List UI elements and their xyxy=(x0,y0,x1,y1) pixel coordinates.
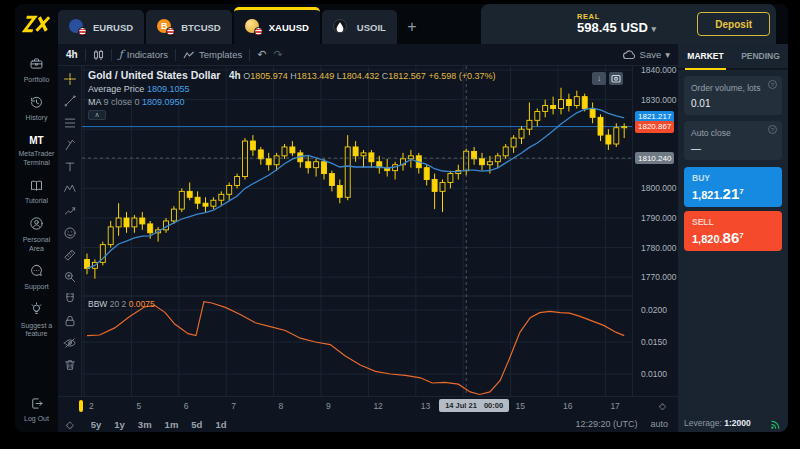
sidebar-item-label: MetaTrader Terminal xyxy=(17,150,57,168)
tab-usoil[interactable]: USOIL xyxy=(322,10,397,44)
logout-icon xyxy=(29,396,44,414)
range-button-5y[interactable]: 5y xyxy=(91,419,102,430)
leverage-text: Leverage: 1:2000 xyxy=(684,418,751,428)
price-axis-label: 1770.000 xyxy=(641,272,676,282)
tab-xauusd[interactable]: XAUUSD xyxy=(234,7,320,44)
exness-logo-icon xyxy=(22,14,52,34)
time-axis-label: 5 xyxy=(136,401,141,411)
lock-drawings-tool[interactable] xyxy=(62,313,77,328)
order-type-tabs: MARKETPENDING xyxy=(678,44,788,70)
order-volume-value[interactable]: 0.01 xyxy=(691,98,775,109)
auto-close-value[interactable]: — xyxy=(691,143,775,154)
chat-icon xyxy=(29,263,44,281)
undo-button[interactable]: ↶ xyxy=(257,48,266,61)
order-volume-card[interactable]: ? Order volume, lots 0.01 xyxy=(684,76,782,115)
sidebar-item-support[interactable]: Support xyxy=(15,263,58,292)
bbw-axis-label: 0.0100 xyxy=(641,369,667,379)
text-tool[interactable] xyxy=(62,159,77,174)
sidebar-item-history[interactable]: History xyxy=(15,95,58,124)
redo-button[interactable]: ↷ xyxy=(273,48,282,61)
time-axis-label: 9 xyxy=(326,401,331,411)
price-axis[interactable]: 1840.0001830.0001800.0001790.0001780.000… xyxy=(632,66,678,396)
undo-icon: ↶ xyxy=(257,48,266,61)
chart-type-button[interactable] xyxy=(93,49,104,61)
remove-drawings-tool[interactable] xyxy=(62,357,77,372)
bbw-axis-label: 0.0150 xyxy=(641,337,667,347)
account-balance: 598.45 USD ▾ xyxy=(577,21,656,35)
auto-close-label: Auto close xyxy=(691,128,775,138)
timeframe-button[interactable]: 4h xyxy=(66,49,78,60)
sidebar-item-tutorial[interactable]: Tutorial xyxy=(15,178,58,207)
sidebar-item-label: Tutorial xyxy=(17,197,57,206)
xabcd-pattern-tool[interactable] xyxy=(62,181,77,196)
theme-diamond-icon[interactable]: ◇ xyxy=(66,419,74,430)
timeline-scroll-marker[interactable] xyxy=(79,400,83,412)
range-button-3m[interactable]: 3m xyxy=(138,419,152,430)
price-axis-label: 1840.000 xyxy=(641,65,676,75)
sidebar-item-metatrader[interactable]: MTMetaTrader Terminal xyxy=(15,133,58,168)
fib-retracement-tool[interactable] xyxy=(62,115,77,130)
price-chart-canvas[interactable] xyxy=(82,66,632,396)
sidebar-item-personal-area[interactable]: Personal Area xyxy=(15,216,58,253)
status-bar: ◇ 5y1y3m1m5d1d 12:29:20 (UTC) auto xyxy=(58,416,678,432)
sell-button[interactable]: SELL 1,820.867 xyxy=(684,211,782,251)
range-button-1m[interactable]: 1m xyxy=(165,419,179,430)
sidebar-item-label: Portfolio xyxy=(17,76,57,85)
deposit-button[interactable]: Deposit xyxy=(697,12,770,36)
sidebar-item-portfolio[interactable]: Portfolio xyxy=(15,56,58,85)
screenshot-button[interactable] xyxy=(609,72,623,85)
time-axis-label: 12 xyxy=(373,401,382,411)
save-button[interactable]: Save ▾ xyxy=(623,49,670,60)
help-icon[interactable]: ? xyxy=(768,80,777,89)
range-button-5d[interactable]: 5d xyxy=(191,419,202,430)
exness-logo[interactable] xyxy=(15,4,58,44)
range-button-1y[interactable]: 1y xyxy=(114,419,125,430)
buy-label: BUY xyxy=(692,173,774,183)
scroll-to-recent-button[interactable]: ↓ xyxy=(592,72,606,85)
tab-btcusd[interactable]: BBTCUSD xyxy=(146,10,232,44)
sidebar-item-label: Log Out xyxy=(17,415,57,424)
top-bar: EURUSDBBTCUSDXAUUSDUSOIL + REAL 598.45 U… xyxy=(15,4,788,44)
price-axis-label: 1800.000 xyxy=(641,183,676,193)
indicators-button[interactable]: ƒ Indicators xyxy=(119,48,168,61)
zoom-in-tool[interactable] xyxy=(62,269,77,284)
crosshair-tool[interactable] xyxy=(62,71,77,86)
time-axis-label: 6 xyxy=(184,401,189,411)
hide-drawings-tool[interactable] xyxy=(62,335,77,350)
trend-line-tool[interactable] xyxy=(62,93,77,108)
pitchfork-tool[interactable] xyxy=(62,137,77,152)
time-axis[interactable]: 256789121314 Jul 2100:00151617◇ xyxy=(58,396,678,416)
tab-eurusd[interactable]: EURUSD xyxy=(58,10,144,44)
book-icon xyxy=(29,178,44,196)
auto-close-card[interactable]: ? Auto close — xyxy=(684,121,782,160)
account-switcher[interactable]: REAL 598.45 USD ▾ xyxy=(577,13,656,36)
save-label: Save xyxy=(640,49,662,60)
ruler-tool[interactable] xyxy=(62,247,77,262)
frame-icon xyxy=(611,74,621,83)
sell-price: 1,820.867 xyxy=(692,229,774,246)
chevron-down-icon: ▾ xyxy=(665,49,670,60)
buy-button[interactable]: BUY 1,821.217 xyxy=(684,167,782,207)
tab-label: BTCUSD xyxy=(181,22,221,33)
divider xyxy=(111,49,112,61)
axis-settings-diamond-icon[interactable]: ◇ xyxy=(659,401,666,411)
server-clock: 12:29:20 (UTC) xyxy=(575,419,637,429)
auto-scale-button[interactable]: auto xyxy=(650,419,668,429)
chart-area[interactable]: Gold / United States Dollar 4h O1805.974… xyxy=(58,66,678,396)
emoji-tool[interactable] xyxy=(62,225,77,240)
crosshair-date-badge: 14 Jul 2100:00 xyxy=(439,399,509,412)
add-instrument-tab-button[interactable]: + xyxy=(397,10,427,44)
range-button-1d[interactable]: 1d xyxy=(215,419,226,430)
sidebar-item-logout[interactable]: Log Out xyxy=(15,396,58,425)
price-axis-label: 1780.000 xyxy=(641,243,676,253)
order-tab-market[interactable]: MARKET xyxy=(678,44,733,68)
magnet-tool[interactable] xyxy=(62,291,77,306)
time-axis-label: 15 xyxy=(516,401,525,411)
forecast-tool[interactable] xyxy=(62,203,77,218)
sidebar-item-suggest-feature[interactable]: Suggest a feature xyxy=(15,302,58,339)
order-tab-pending[interactable]: PENDING xyxy=(733,44,788,68)
sell-price-badge: 1820.867 xyxy=(635,121,674,133)
help-icon[interactable]: ? xyxy=(768,125,777,134)
templates-button[interactable]: Templates xyxy=(183,49,242,60)
legend-collapse-button[interactable]: ∧ xyxy=(88,110,106,120)
